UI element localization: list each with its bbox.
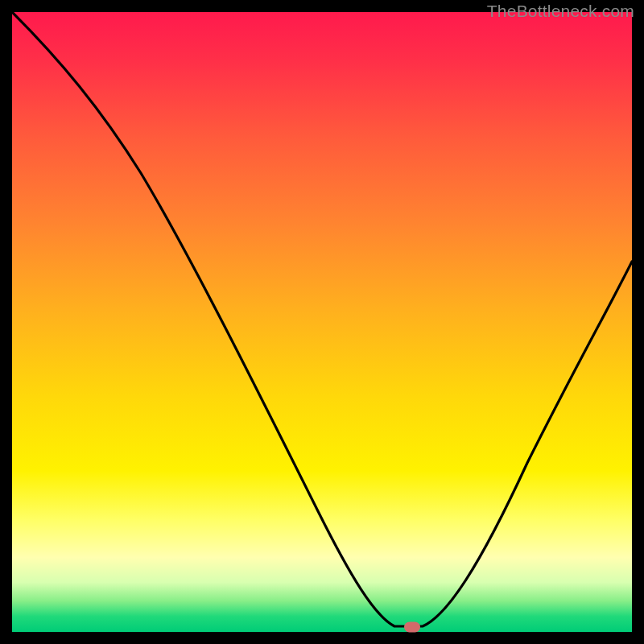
chart-frame: TheBottleneck.com: [0, 0, 644, 644]
chart-plot-area: [12, 12, 632, 632]
curve-path: [12, 12, 632, 626]
watermark-text: TheBottleneck.com: [487, 2, 634, 21]
bottleneck-curve: [12, 12, 632, 632]
optimal-point-marker: [404, 621, 420, 632]
